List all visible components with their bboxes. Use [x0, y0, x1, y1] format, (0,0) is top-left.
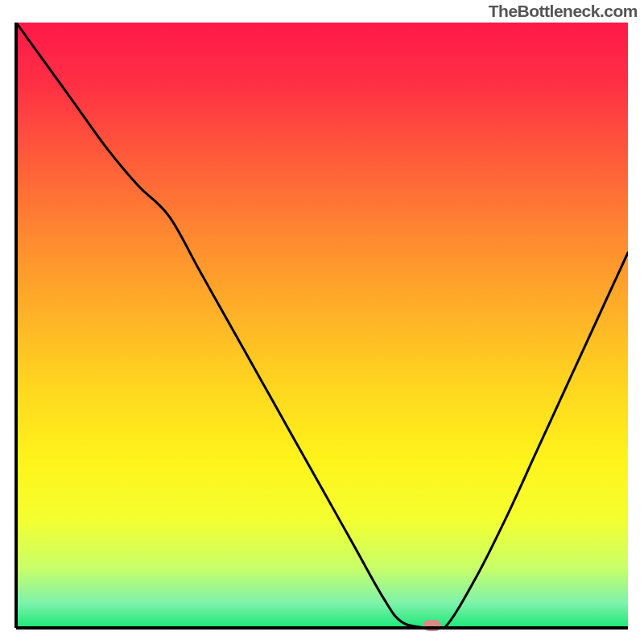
- watermark-text: TheBottleneck.com: [489, 2, 638, 21]
- plot-container: [0, 0, 644, 644]
- axes: [0, 0, 644, 644]
